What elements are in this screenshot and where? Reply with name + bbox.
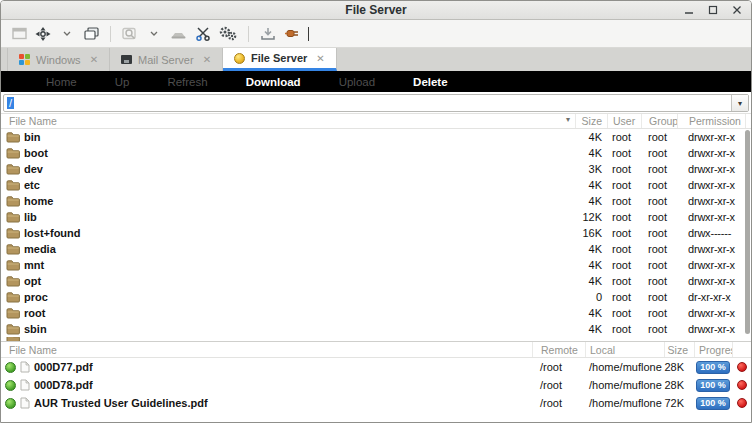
transfer-remote-path: /root bbox=[532, 379, 585, 391]
file-row[interactable]: root 4K root root drwxr-xr-x bbox=[1, 305, 751, 321]
find-dropdown[interactable] bbox=[144, 23, 164, 45]
download-button-toolbar[interactable] bbox=[258, 23, 278, 45]
file-name: bin bbox=[24, 131, 41, 143]
progress-badge: 100 % bbox=[696, 397, 730, 410]
tools-button[interactable] bbox=[193, 23, 213, 45]
file-permission: drwxr-xr-x bbox=[677, 323, 745, 335]
home-button[interactable]: Home bbox=[27, 76, 96, 88]
file-row[interactable]: opt 4K root root drwxr-xr-x bbox=[1, 273, 751, 289]
transfer-list-header: File Name Remote Local Size Progress bbox=[1, 342, 751, 358]
column-header-size[interactable]: Size bbox=[664, 342, 694, 357]
path-dropdown-button[interactable]: ▾ bbox=[731, 95, 748, 111]
file-row[interactable]: sbin 4K root root drwxr-xr-x bbox=[1, 321, 751, 337]
file-row[interactable]: media 4K root root drwxr-xr-x bbox=[1, 241, 751, 257]
maximize-button[interactable] bbox=[707, 4, 719, 16]
column-header-permission[interactable]: Permission bbox=[677, 114, 745, 128]
file-user: root bbox=[607, 211, 641, 223]
download-button[interactable]: Download bbox=[227, 76, 320, 88]
tab-file-server[interactable]: File Server ✕ bbox=[223, 48, 337, 71]
folder-icon bbox=[6, 227, 20, 239]
file-row[interactable]: lib 12K root root drwxr-xr-x bbox=[1, 209, 751, 225]
file-permission: drwxr-xr-x bbox=[677, 307, 745, 319]
file-group: root bbox=[641, 211, 677, 223]
services-button[interactable] bbox=[217, 23, 239, 45]
file-name: sbin bbox=[24, 323, 47, 335]
session-button[interactable] bbox=[9, 23, 29, 45]
up-button[interactable]: Up bbox=[96, 76, 149, 88]
file-row[interactable]: etc 4K root root drwxr-xr-x bbox=[1, 177, 751, 193]
file-name: mnt bbox=[24, 259, 44, 271]
column-header-progress[interactable]: Progress bbox=[694, 342, 732, 357]
connect-plug-icon bbox=[284, 27, 300, 40]
connect-button[interactable] bbox=[282, 23, 302, 45]
download-tray-icon bbox=[260, 27, 276, 41]
file-permission: dr-xr-xr-x bbox=[677, 291, 745, 303]
file-user: root bbox=[607, 147, 641, 159]
file-user: root bbox=[607, 131, 641, 143]
file-name: proc bbox=[24, 291, 48, 303]
file-row-partial[interactable] bbox=[1, 337, 751, 341]
remote-file-list: File Name ▾ Size User Group Permission b… bbox=[1, 114, 751, 341]
column-label: Size bbox=[668, 344, 688, 356]
tab-label: File Server bbox=[251, 52, 307, 64]
duplicate-tab-button[interactable] bbox=[81, 23, 101, 45]
folder-icon bbox=[6, 307, 20, 319]
transfer-complete-icon bbox=[5, 362, 16, 373]
transfer-row[interactable]: 000D78.pdf /root /home/muflone 28K 100 % bbox=[1, 376, 751, 394]
chevron-down-icon bbox=[150, 31, 158, 36]
navigate-button[interactable] bbox=[33, 23, 53, 45]
file-group: root bbox=[641, 307, 677, 319]
file-permission: drwxr-xr-x bbox=[677, 147, 745, 159]
path-combobox[interactable]: / ▾ bbox=[3, 94, 749, 112]
navigate-dropdown[interactable] bbox=[57, 23, 77, 45]
file-row[interactable]: proc 0 root root dr-xr-xr-x bbox=[1, 289, 751, 305]
close-button[interactable] bbox=[731, 4, 743, 16]
tab-close-icon[interactable]: ✕ bbox=[90, 54, 98, 65]
refresh-button[interactable]: Refresh bbox=[148, 76, 226, 88]
mail-server-icon bbox=[121, 55, 132, 64]
tab-mail-server[interactable]: Mail Server ✕ bbox=[110, 48, 223, 71]
delete-button[interactable]: Delete bbox=[394, 76, 467, 88]
file-row[interactable]: mnt 4K root root drwxr-xr-x bbox=[1, 257, 751, 273]
column-header-file-name[interactable]: File Name ▾ bbox=[1, 114, 575, 128]
path-input[interactable]: / bbox=[4, 95, 731, 111]
tab-windows[interactable]: Windows ✕ bbox=[7, 48, 110, 71]
transfer-row[interactable]: 000D77.pdf /root /home/muflone 28K 100 % bbox=[1, 358, 751, 376]
file-row[interactable]: lost+found 16K root root drwx------ bbox=[1, 225, 751, 241]
column-header-local[interactable]: Local bbox=[585, 342, 664, 357]
file-group: root bbox=[641, 243, 677, 255]
address-bar-row: / ▾ bbox=[1, 92, 751, 114]
scrollbar-thumb[interactable] bbox=[745, 130, 750, 334]
upload-button[interactable]: Upload bbox=[320, 76, 394, 88]
column-label: Progress bbox=[699, 344, 732, 356]
file-user: root bbox=[607, 243, 641, 255]
find-button[interactable] bbox=[120, 23, 140, 45]
vertical-scrollbar[interactable] bbox=[745, 130, 750, 340]
file-row[interactable]: home 4K root root drwxr-xr-x bbox=[1, 193, 751, 209]
transfer-list: File Name Remote Local Size Progress 000… bbox=[1, 341, 751, 422]
minimize-button[interactable] bbox=[683, 4, 695, 16]
folder-icon bbox=[6, 243, 20, 255]
tab-label: Windows bbox=[36, 54, 81, 66]
file-row[interactable]: bin 4K root root drwxr-xr-x bbox=[1, 129, 751, 145]
file-list-header: File Name ▾ Size User Group Permission bbox=[1, 114, 751, 129]
tab-close-icon[interactable]: ✕ bbox=[203, 54, 211, 65]
column-header-group[interactable]: Group bbox=[641, 114, 677, 128]
column-header-file-name[interactable]: File Name bbox=[1, 342, 532, 357]
file-name: media bbox=[24, 243, 56, 255]
tab-close-icon[interactable]: ✕ bbox=[316, 53, 324, 64]
transfer-row[interactable]: AUR Trusted User Guidelines.pdf /root /h… bbox=[1, 394, 751, 412]
file-row[interactable]: dev 3K root root drwxr-xr-x bbox=[1, 161, 751, 177]
scrollbar-header-spacer bbox=[745, 114, 751, 128]
file-group: root bbox=[641, 163, 677, 175]
minimize-icon bbox=[684, 5, 694, 15]
column-header-remote[interactable]: Remote bbox=[532, 342, 585, 357]
path-value: / bbox=[7, 97, 14, 109]
file-size: 4K bbox=[575, 275, 607, 287]
file-permission: drwxr-xr-x bbox=[677, 275, 745, 287]
column-header-user[interactable]: User bbox=[607, 114, 641, 128]
column-header-size[interactable]: Size bbox=[575, 114, 607, 128]
progress-badge: 100 % bbox=[696, 379, 730, 392]
keyboard-button[interactable] bbox=[168, 23, 189, 45]
file-row[interactable]: boot 4K root root drwxr-xr-x bbox=[1, 145, 751, 161]
